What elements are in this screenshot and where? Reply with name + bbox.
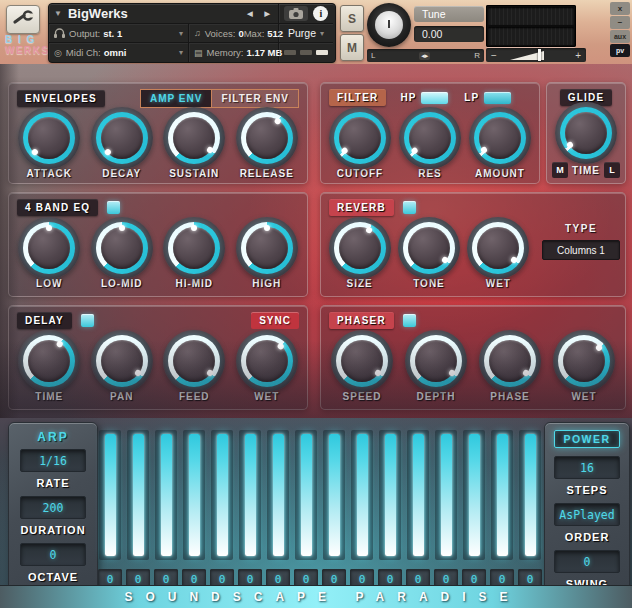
step-track[interactable] — [183, 430, 205, 560]
minimize-button[interactable]: − — [610, 16, 630, 29]
knob-lo-mid-control[interactable] — [96, 222, 148, 274]
collapse-caret-icon[interactable]: ▼ — [54, 9, 62, 18]
knob-cutoff-control[interactable] — [334, 112, 386, 164]
knob-depth[interactable]: DEPTH — [403, 333, 469, 402]
output-value[interactable]: st. 1 — [103, 28, 122, 39]
knob-hi-mid[interactable]: HI-MID — [161, 220, 227, 289]
arp-step-6[interactable]: 0 — [238, 430, 262, 590]
delay-sync-button[interactable]: SYNC — [251, 312, 299, 329]
knob-low[interactable]: LOW — [16, 220, 82, 289]
step-track[interactable] — [407, 430, 429, 560]
tab-amp-env[interactable]: AMP ENV — [140, 89, 212, 108]
arp-duration-display[interactable]: 200 — [20, 496, 86, 519]
wrench-button[interactable] — [6, 5, 40, 34]
knob-tone[interactable]: TONE — [396, 220, 462, 289]
arp-swing-display[interactable]: 0 — [554, 550, 620, 573]
knob-release[interactable]: RELEASE — [234, 110, 300, 179]
mute-button[interactable]: M — [340, 34, 364, 61]
tune-value[interactable]: 0.00 — [414, 26, 484, 42]
purge-dropdown-icon[interactable]: ▾ — [320, 29, 324, 38]
prev-instrument-icon[interactable]: ◀ — [244, 10, 255, 18]
purge-button[interactable]: Purge ▾ — [279, 24, 333, 43]
lp-toggle[interactable] — [484, 92, 511, 104]
knob-pan-control[interactable] — [96, 335, 148, 387]
arp-step-2[interactable]: 0 — [126, 430, 150, 590]
knob-depth-control[interactable] — [410, 335, 462, 387]
pan-slider[interactable]: L ◂▸ R — [367, 49, 484, 62]
arp-step-10[interactable]: 0 — [350, 430, 374, 590]
step-track[interactable] — [127, 430, 149, 560]
arp-steps-display[interactable]: 16 — [554, 456, 620, 479]
arp-power-button[interactable]: POWER — [554, 430, 619, 448]
output-row[interactable]: Output: st. 1 ▾ — [49, 24, 189, 43]
knob-attack[interactable]: ATTACK — [16, 110, 82, 179]
knob-phase-control[interactable] — [484, 335, 536, 387]
knob-attack-control[interactable] — [23, 112, 75, 164]
reverb-toggle[interactable] — [403, 201, 416, 214]
knob-time-control[interactable] — [560, 107, 612, 159]
knob-size-control[interactable] — [334, 222, 386, 274]
knob-cutoff[interactable]: CUTOFF — [327, 110, 393, 179]
knob-feed-control[interactable] — [168, 335, 220, 387]
arp-step-5[interactable]: 0 — [210, 430, 234, 590]
knob-time[interactable]: TIME — [16, 333, 82, 402]
knob-wet-control[interactable] — [472, 222, 524, 274]
pan-handle[interactable]: ◂▸ — [419, 52, 430, 60]
knob-res[interactable]: RES — [397, 110, 463, 179]
knob-speed-control[interactable] — [336, 335, 388, 387]
snapshot-button[interactable] — [284, 6, 308, 21]
knob-time-control[interactable] — [23, 335, 75, 387]
knob-tone-control[interactable] — [403, 222, 455, 274]
pv-button[interactable]: pv — [610, 44, 630, 57]
knob-wet[interactable]: WET — [551, 333, 617, 402]
knob-wet-control[interactable] — [558, 335, 610, 387]
knob-low-control[interactable] — [23, 222, 75, 274]
volume-plus[interactable]: + — [575, 50, 581, 61]
knob-sustain[interactable]: SUSTAIN — [161, 110, 227, 179]
next-instrument-icon[interactable]: ▶ — [262, 10, 273, 18]
arp-step-7[interactable]: 0 — [266, 430, 290, 590]
knob-decay-control[interactable] — [96, 112, 148, 164]
knob-feed[interactable]: FEED — [161, 333, 227, 402]
hp-toggle[interactable] — [421, 92, 448, 104]
instrument-title-row[interactable]: ▼ BigWerks ◀ ▶ — [49, 4, 279, 24]
tab-filter-env[interactable]: FILTER ENV — [212, 89, 299, 108]
step-track[interactable] — [211, 430, 233, 560]
knob-amount[interactable]: AMOUNT — [467, 110, 533, 179]
eq-toggle[interactable] — [107, 201, 120, 214]
phaser-toggle[interactable] — [403, 314, 416, 327]
step-track[interactable] — [155, 430, 177, 560]
step-track[interactable] — [295, 430, 317, 560]
midi-dropdown-icon[interactable]: ▾ — [179, 48, 183, 57]
info-button[interactable]: i — [313, 6, 328, 21]
arp-rate-display[interactable]: 1/16 — [20, 449, 86, 472]
arp-step-12[interactable]: 0 — [406, 430, 430, 590]
arp-step-13[interactable]: 0 — [434, 430, 458, 590]
knob-high-control[interactable] — [241, 222, 293, 274]
step-track[interactable] — [463, 430, 485, 560]
knob-release-control[interactable] — [241, 112, 293, 164]
knob-hi-mid-control[interactable] — [168, 222, 220, 274]
step-track[interactable] — [519, 430, 541, 560]
arp-step-1[interactable]: 0 — [98, 430, 122, 590]
step-track[interactable] — [267, 430, 289, 560]
knob-decay[interactable]: DECAY — [89, 110, 155, 179]
knob-phase[interactable]: PHASE — [477, 333, 543, 402]
arp-step-4[interactable]: 0 — [182, 430, 206, 590]
tune-knob[interactable] — [367, 3, 411, 47]
step-track[interactable] — [351, 430, 373, 560]
arp-step-3[interactable]: 0 — [154, 430, 178, 590]
knob-lo-mid[interactable]: LO-MID — [89, 220, 155, 289]
arp-order-display[interactable]: AsPlayed — [554, 503, 620, 526]
step-track[interactable] — [435, 430, 457, 560]
knob-amount-control[interactable] — [474, 112, 526, 164]
knob-time[interactable]: TIME — [553, 105, 619, 159]
knob-wet[interactable]: WET — [465, 220, 531, 289]
close-button[interactable]: x — [610, 2, 630, 15]
knob-high[interactable]: HIGH — [234, 220, 300, 289]
knob-sustain-control[interactable] — [168, 112, 220, 164]
arp-step-16[interactable]: 0 — [518, 430, 542, 590]
volume-slider[interactable]: − + — [486, 48, 586, 62]
knob-speed[interactable]: SPEED — [329, 333, 395, 402]
volume-handle[interactable] — [538, 49, 541, 61]
